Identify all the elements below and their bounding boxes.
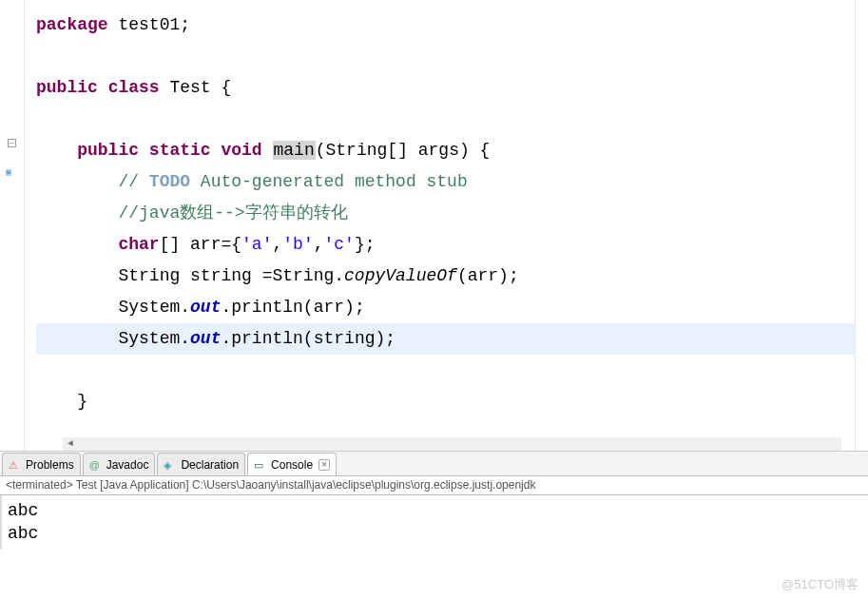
code-token: void [221,141,261,160]
code-token: copyValueOf [344,266,457,285]
scroll-left-icon[interactable]: ◄ [63,437,78,451]
code-token: static [149,141,211,160]
code-token: , [314,235,324,254]
code-line[interactable]: char[] arr={'a','b','c'}; [36,229,855,261]
code-line[interactable]: package test01; [36,10,855,41]
code-line[interactable]: System.out.println(arr); [36,292,855,323]
declaration-icon [164,458,177,472]
javadoc-icon [89,458,103,472]
code-token: System. [118,329,190,348]
code-token: // [118,172,148,191]
code-token: .println(arr); [221,298,364,317]
code-token: System. [118,298,190,317]
overview-ruler[interactable] [855,0,868,451]
tab-label: Problems [26,458,74,472]
code-token: }; [355,235,376,254]
watermark: @51CTO博客 [781,576,858,593]
code-token: public [77,141,139,160]
code-token: main [273,141,316,160]
code-token: 'a' [241,235,272,254]
code-line[interactable]: } [36,386,855,417]
code-line[interactable] [36,41,855,72]
code-token: package [36,15,108,34]
fold-toggle-icon[interactable]: − [8,139,16,147]
task-marker-icon[interactable]: ▣ [6,166,17,178]
code-token: (arr); [457,266,519,285]
close-icon[interactable]: × [318,459,330,471]
console-process-header: <terminated> Test [Java Application] C:\… [0,476,868,495]
code-line[interactable]: System.out.println(string); [36,323,855,355]
code-line[interactable]: public static void main(String[] args) { [36,135,855,166]
code-token [139,141,149,160]
code-token: TODO [149,172,190,191]
console-output[interactable]: abcabc [0,495,868,549]
tab-declaration[interactable]: Declaration [157,453,245,475]
tab-label: Console [271,458,313,472]
console-line: abc [8,522,862,545]
code-token: out [190,329,221,348]
code-line[interactable]: public class Test { [36,72,855,104]
code-token [98,78,108,97]
console-line: abc [8,499,862,522]
tab-label: Javadoc [106,458,149,472]
code-token: [] arr={ [160,235,241,254]
code-token: Auto-generated method stub [190,172,468,191]
editor-area: − ▣ package test01;public class Test { p… [0,0,868,452]
horizontal-scrollbar[interactable]: ◄ [63,437,841,451]
code-token: public [36,78,98,97]
code-token: class [108,78,160,97]
code-pane[interactable]: package test01;public class Test { publi… [25,0,855,451]
code-line[interactable]: //java数组-->字符串的转化 [36,198,855,229]
tab-problems[interactable]: Problems [2,453,81,475]
code-line[interactable] [36,104,855,135]
code-token: //java数组-->字符串的转化 [118,203,347,222]
code-token: out [190,298,221,317]
code-token: } [77,392,87,411]
tab-label: Declaration [181,458,239,472]
gutter: − ▣ [0,0,25,451]
code-token: String string =String. [118,266,344,285]
code-token [262,141,273,160]
code-token: 'b' [282,235,313,254]
code-token: , [272,235,282,254]
code-token: .println(string); [221,329,395,348]
tab-console[interactable]: Console× [247,453,337,475]
views-tab-bar: ProblemsJavadocDeclarationConsole× [0,452,868,476]
code-token: (String[] args) { [316,141,491,160]
code-token: Test { [160,78,232,97]
code-line[interactable]: // TODO Auto-generated method stub [36,166,855,198]
code-line[interactable]: String string =String.copyValueOf(arr); [36,261,855,292]
console-icon [254,458,267,472]
code-token: char [118,235,159,254]
code-line[interactable] [36,355,855,386]
code-token: 'c' [324,235,355,254]
tab-javadoc[interactable]: Javadoc [83,453,156,475]
code-token: test01; [108,15,190,34]
problems-icon [9,458,22,472]
code-token [211,141,222,160]
